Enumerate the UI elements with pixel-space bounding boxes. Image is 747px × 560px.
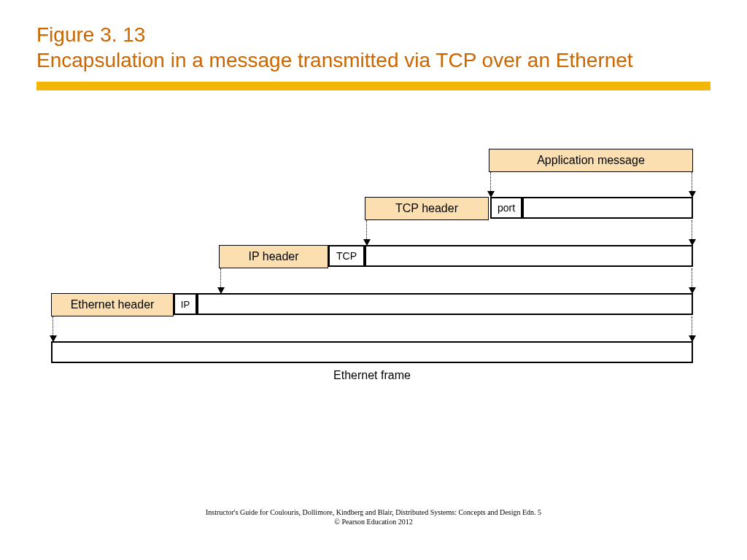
tcp-payload-box xyxy=(522,197,693,219)
arrow-app-right xyxy=(692,172,692,197)
title-line-2: Encapsulation in a message transmitted v… xyxy=(36,49,633,71)
encapsulation-diagram: Application message TCP header port IP h… xyxy=(36,149,711,455)
figure-title: Figure 3. 13 Encapsulation in a message … xyxy=(36,22,711,73)
slide-footer: Instructor's Guide for Coulouris, Dollim… xyxy=(0,508,747,526)
arrow-eth-left xyxy=(53,316,53,341)
arrow-tcp-right xyxy=(692,220,692,245)
ethernet-header-box: Ethernet header xyxy=(51,293,174,316)
ip-header-box: IP header xyxy=(219,245,328,268)
arrow-ip-right xyxy=(692,268,692,293)
footer-line-1: Instructor's Guide for Coulouris, Dollim… xyxy=(206,508,541,516)
tcp-header-box: TCP header xyxy=(365,197,489,220)
title-rule xyxy=(36,82,711,90)
arrow-app-left xyxy=(490,172,491,197)
arrow-tcp-left xyxy=(366,220,367,245)
application-message-box: Application message xyxy=(489,149,693,172)
ethernet-payload-box xyxy=(197,293,693,315)
arrow-ip-left xyxy=(220,268,221,293)
footer-line-2: © Pearson Education 2012 xyxy=(334,518,412,526)
ip-payload-box xyxy=(365,245,693,267)
title-line-1: Figure 3. 13 xyxy=(36,23,145,46)
port-field-box: port xyxy=(490,197,522,219)
arrow-eth-right xyxy=(692,316,692,341)
tcp-field-box: TCP xyxy=(328,245,365,267)
ip-field-box: IP xyxy=(174,293,197,315)
ethernet-frame-label: Ethernet frame xyxy=(51,369,693,382)
ethernet-frame-box xyxy=(51,341,693,363)
